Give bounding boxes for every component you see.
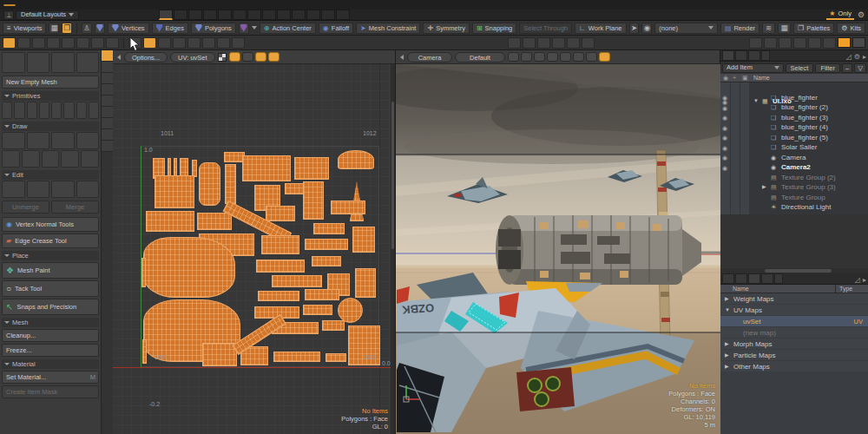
snaps-and-precision-button[interactable]: ↖Snaps and Precision — [2, 299, 99, 315]
uv-tool-icon[interactable] — [187, 37, 201, 49]
sidebar-category-tab[interactable] — [102, 107, 113, 118]
minus-icon[interactable]: – — [842, 63, 852, 73]
vertex-map-row[interactable]: ▶ Other Maps — [720, 361, 868, 372]
edges-mode-button[interactable]: Edges — [152, 23, 188, 34]
uv-display-toggle-icon[interactable] — [268, 52, 279, 62]
tool-icon[interactable] — [91, 37, 104, 49]
eye-icon[interactable]: ◉ — [722, 115, 728, 121]
scene-item-row[interactable]: ◉ ❏ blue_fighter (4) — [720, 122, 868, 133]
scene-item-row[interactable]: ◉ ◉ Camera — [720, 153, 868, 163]
layout-tab[interactable] — [218, 10, 232, 20]
scene-item-row[interactable]: ◉ ❏ Solar Sailer — [720, 142, 868, 153]
uv-island[interactable] — [258, 291, 299, 301]
uv-island[interactable] — [199, 162, 220, 206]
scene-item-row[interactable]: ▶ ▤ Texture Group (3) — [720, 182, 868, 193]
uv-map-dropdown[interactable]: UV: uvSet — [170, 52, 215, 62]
viewport-toggle-icon[interactable] — [534, 52, 545, 62]
tool-icon[interactable] — [62, 37, 75, 49]
edit-tool-icon[interactable] — [51, 181, 75, 198]
uv-island[interactable] — [273, 352, 320, 362]
create-item-mask-button[interactable]: Create Item Mask — [2, 385, 99, 398]
draw-tool-icon[interactable] — [2, 132, 25, 149]
uv-island[interactable] — [197, 213, 232, 230]
vertex-map-row[interactable]: ▶ Weight Maps — [720, 293, 868, 305]
set-material-button[interactable]: Set Material...M — [2, 371, 99, 384]
folder-icon[interactable]: ❐ — [62, 23, 72, 34]
uv-display-toggle-icon[interactable] — [229, 52, 240, 62]
layout-tab[interactable] — [233, 10, 247, 20]
material-shield-icon[interactable] — [239, 23, 249, 34]
viewport-toggle-icon[interactable] — [599, 52, 610, 62]
uv-island[interactable] — [303, 305, 332, 315]
layout-tab[interactable] — [188, 10, 202, 20]
scene-panel-tab[interactable] — [722, 50, 734, 61]
expand-arrow-icon[interactable]: ▶ — [725, 350, 731, 361]
expand-arrow-icon[interactable]: ▼ — [725, 305, 731, 316]
uv-island[interactable] — [294, 157, 329, 180]
uv-island[interactable] — [202, 343, 237, 366]
primitive-icon[interactable] — [14, 102, 24, 119]
eye-icon[interactable] — [722, 174, 728, 181]
primitive-icon[interactable] — [89, 102, 99, 119]
color-swatch-secondary[interactable] — [852, 37, 865, 48]
select-button[interactable]: Select — [786, 63, 814, 73]
tool-icon[interactable] — [76, 37, 89, 49]
primitive-icon[interactable] — [39, 102, 49, 119]
select-through-button[interactable]: Select Through — [519, 23, 572, 34]
viewport-toggle-icon[interactable] — [521, 52, 532, 62]
expand-icon[interactable]: ◿ — [855, 276, 860, 284]
panel-collapse-icon[interactable] — [400, 55, 404, 60]
expand-arrow-icon[interactable]: ▶ — [725, 361, 731, 372]
curve-tool-icon[interactable] — [22, 150, 40, 168]
material-section-header[interactable]: Material — [2, 359, 99, 369]
snapping-button[interactable]: ⊞Snapping — [472, 23, 516, 34]
layout-tab[interactable] — [277, 10, 291, 20]
properties-panel-tab[interactable] — [722, 273, 734, 284]
tool-icon[interactable] — [47, 37, 60, 49]
scene-panel-tab[interactable] — [748, 50, 760, 61]
primitive-icon[interactable] — [27, 102, 37, 119]
uv-island[interactable] — [266, 206, 295, 221]
scene-item-row[interactable]: ◉ ❏ blue_fighter (3) — [720, 113, 868, 123]
primitive-icon[interactable] — [76, 102, 87, 119]
modeling-tool-icon[interactable] — [76, 52, 100, 73]
eye-icon[interactable] — [722, 205, 728, 211]
expand-arrow-icon[interactable]: ▶ — [725, 339, 731, 350]
items-mode-icon[interactable]: ♙ — [82, 23, 92, 34]
panel-collapse-icon[interactable] — [117, 55, 121, 60]
eye-icon[interactable]: ◉ — [722, 95, 728, 101]
shading-dropdown[interactable]: Default — [455, 52, 505, 62]
properties-panel-tab[interactable] — [761, 273, 773, 284]
scene-item-row[interactable]: ◉ ◉ Camera2 — [720, 162, 868, 173]
display-tool-icon[interactable] — [537, 37, 550, 49]
paint-tool-icon[interactable] — [808, 37, 821, 49]
uv-island[interactable] — [242, 155, 291, 181]
more-icon[interactable]: ▸ — [863, 276, 866, 284]
only-toggle[interactable]: ★ Only — [826, 10, 854, 20]
expand-icon[interactable]: ◿ — [846, 53, 852, 61]
freeze-button[interactable]: Freeze... — [2, 344, 99, 357]
work-plane-button[interactable]: ∟Work Plane — [575, 23, 626, 34]
uv-island[interactable] — [256, 260, 305, 273]
edge-crease-tool-button[interactable]: ▰Edge Crease Tool — [2, 233, 99, 248]
layout-tab[interactable] — [174, 10, 187, 20]
merge-button[interactable]: Merge — [51, 201, 99, 214]
mesh-paint-button[interactable]: ❖Mesh Paint — [2, 262, 99, 279]
symmetry-button[interactable]: ✛Symmetry — [423, 23, 469, 34]
eye-icon[interactable] — [722, 194, 728, 201]
menu-item[interactable] — [3, 4, 16, 6]
falloff-button[interactable]: ◉Falloff — [319, 23, 353, 34]
expand-arrow-icon[interactable]: ▶ — [725, 293, 731, 305]
curve-tool-icon[interactable] — [2, 150, 20, 168]
properties-panel-tab[interactable] — [748, 273, 760, 284]
tool-icon[interactable] — [32, 37, 45, 49]
scene-panel-tab[interactable] — [761, 50, 770, 61]
scene-3d[interactable]: OZBK No Items Polygons : — [396, 64, 720, 434]
uv-options-button[interactable]: Options... — [124, 52, 168, 62]
scene-item-row[interactable]: ◉ ❏ blue_fighter (5) — [720, 133, 868, 143]
scene-item-row[interactable]: ▤ Texture Group — [720, 193, 868, 203]
uv-display-toggle-icon[interactable] — [242, 52, 253, 62]
gear-icon[interactable]: ⚙ — [858, 10, 865, 19]
sidebar-category-tab[interactable] — [102, 129, 113, 141]
uv-island[interactable] — [192, 160, 197, 177]
